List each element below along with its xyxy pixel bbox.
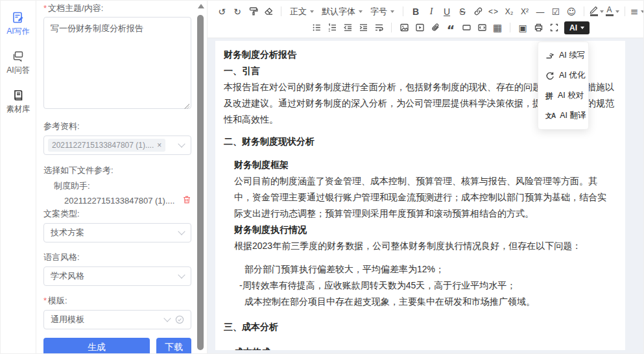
doc-type-select[interactable]: 技术方案 <box>43 223 191 242</box>
undo-icon[interactable]: ↺ <box>214 5 230 19</box>
generate-button[interactable]: 生成 <box>43 338 150 354</box>
ai-menu-button[interactable]: AI <box>564 21 590 34</box>
format-painter-icon[interactable] <box>245 5 261 19</box>
font-color-icon: A <box>606 6 612 14</box>
code-block-icon[interactable] <box>474 21 490 35</box>
highlight-pen-icon <box>590 6 598 14</box>
paragraph-style-dropdown[interactable]: 正文 <box>286 5 318 19</box>
template-label: *模版: <box>43 296 191 306</box>
material-library-icon <box>12 89 25 102</box>
doc-heading-cost: 三、成本分析 <box>224 319 615 335</box>
topic-textarea-wrap: 写一份财务制度分析报告 <box>43 17 191 112</box>
caret-down-icon <box>641 10 644 13</box>
reference-select[interactable]: 2021122715133847807 (1).... × <box>43 136 191 155</box>
inline-code-button[interactable]: <> <box>486 5 501 19</box>
link-icon[interactable] <box>470 5 486 19</box>
outdent-icon[interactable] <box>340 21 355 35</box>
doc-type-label: 文案类型: <box>43 209 191 219</box>
language-style-select[interactable]: 学术风格 <box>43 266 191 286</box>
ordered-list-icon[interactable] <box>324 21 340 35</box>
generation-form: *文档主题/内容: 写一份财务制度分析报告 参考资料: 202112271513… <box>37 1 207 354</box>
ai-qa-icon <box>12 50 25 63</box>
caret-down-icon <box>310 10 314 13</box>
optimize-icon <box>545 71 555 80</box>
attachment-icon[interactable] <box>427 21 443 35</box>
doc-paragraph-execution: 根据2023年前三季度的财务数据，公司整体财务制度执行情况良好，但存在以下问题： <box>234 238 615 254</box>
toolbar-row-2: “ ▦ ▣ <box>309 19 641 36</box>
toolbar-row-1: ↺ ↻ 正文 默认字体 <box>214 3 641 19</box>
sidebar-item-label: AI问答 <box>6 65 29 76</box>
topic-input[interactable]: 写一份财务制度分析报告 <box>43 17 191 109</box>
menu-item-label: AI 续写 <box>559 50 585 61</box>
task-checkbox-icon[interactable]: ☑ <box>548 5 564 19</box>
menu-item-label: AI 校对 <box>558 90 584 101</box>
strikethrough-button[interactable]: S <box>455 5 470 19</box>
bold-button[interactable]: B <box>408 5 423 19</box>
check-circle-icon <box>175 315 184 324</box>
page-layout-icon[interactable]: ▣ <box>515 21 531 35</box>
required-asterisk: * <box>43 3 47 13</box>
print-icon[interactable] <box>531 21 546 35</box>
blockquote-icon[interactable]: “ <box>443 21 459 35</box>
italic-button[interactable]: I <box>423 5 439 19</box>
continue-writing-icon <box>545 51 555 60</box>
text-wrap-icon[interactable] <box>371 21 387 35</box>
menu-item-ai-translate[interactable]: 文A AI 翻译 <box>538 106 588 126</box>
editor-toolbar: ↺ ↻ 正文 默认字体 <box>208 1 644 38</box>
doc-issue-item: 部分部门预算执行偏差较大，平均偏差率为12%； <box>244 261 615 277</box>
form-actions: 生成 下载 <box>43 338 191 354</box>
sidebar-item-material-library[interactable]: 素材库 <box>6 89 30 115</box>
underline-button[interactable]: U <box>439 5 455 19</box>
font-size-dropdown[interactable]: 字号 <box>366 5 398 19</box>
indent-icon[interactable] <box>355 21 371 35</box>
sidebar: AI写作 AI问答 素材库 <box>1 1 36 354</box>
horizontal-rule-icon[interactable]: — <box>532 5 548 19</box>
reference-label: 参考资料: <box>43 121 191 132</box>
font-family-dropdown[interactable]: 默认字体 <box>318 5 366 19</box>
assistant-group-label: 制度助手: <box>54 180 191 192</box>
emoji-icon[interactable]: ☺ <box>564 5 579 19</box>
subscript-button[interactable]: X₂ <box>501 5 517 19</box>
superscript-button[interactable]: X² <box>517 5 532 19</box>
template-select-icons <box>165 315 184 324</box>
eraser-icon[interactable] <box>261 5 276 19</box>
chevron-down-icon <box>178 228 185 235</box>
file-reference-label: 选择如下文件参考: <box>43 165 191 176</box>
font-color-button[interactable]: A <box>604 5 620 19</box>
delete-file-icon[interactable] <box>182 195 191 206</box>
menu-item-ai-proofread[interactable]: 拼 AI 校对 <box>538 86 588 106</box>
menu-item-ai-continue[interactable]: AI 续写 <box>538 45 588 65</box>
menu-item-ai-optimize[interactable]: AI 优化 <box>538 65 588 86</box>
language-style-label: 语言风格: <box>43 252 191 263</box>
insert-video-icon[interactable] <box>412 21 427 35</box>
scrollbar-thumb[interactable] <box>197 15 204 350</box>
menu-item-label: AI 优化 <box>559 70 585 81</box>
caret-down-icon <box>600 10 604 13</box>
bullet-list-icon[interactable] <box>309 21 324 35</box>
font-color-bar <box>606 14 614 16</box>
doc-paragraph-framework: 公司目前的制度涵盖了资金管理、成本控制、预算管理、核算与报告、风险管理等方面。其… <box>234 173 615 222</box>
table-icon[interactable]: ▦ <box>490 21 505 35</box>
chevron-down-icon <box>163 314 171 322</box>
caret-down-icon <box>580 27 584 29</box>
sidebar-item-ai-qa[interactable]: AI问答 <box>6 50 29 76</box>
ai-dropdown-menu: AI 续写 AI 优化 拼 AI 校对 文A AI 翻译 <box>538 41 589 130</box>
insert-image-icon[interactable] <box>396 21 412 35</box>
reference-file-tag: 2021122715133847807 (1).... × <box>48 139 165 152</box>
caret-down-icon <box>359 10 363 13</box>
divider-card-icon[interactable] <box>459 21 474 35</box>
highlight-color-button[interactable] <box>589 5 604 19</box>
fullscreen-icon[interactable] <box>546 21 562 35</box>
tag-remove-icon[interactable]: × <box>157 141 161 149</box>
template-select[interactable]: 通用模板 <box>43 310 191 329</box>
doc-issue-item: -周转效率有待提高，应收账款周转天数为45天，高于行业平均水平； <box>239 277 615 294</box>
highlight-color-bar <box>590 14 598 16</box>
topic-label: *文档主题/内容: <box>43 3 191 14</box>
sidebar-item-ai-writing[interactable]: AI写作 <box>6 11 29 37</box>
redo-icon[interactable]: ↻ <box>230 5 245 19</box>
textarea-resize-handle[interactable] <box>184 104 189 109</box>
toolbar-divider <box>403 6 403 16</box>
download-button[interactable]: 下载 <box>156 338 191 354</box>
align-dropdown[interactable]: ≡ <box>630 5 644 19</box>
scrollbar-up-arrow[interactable] <box>198 4 204 8</box>
